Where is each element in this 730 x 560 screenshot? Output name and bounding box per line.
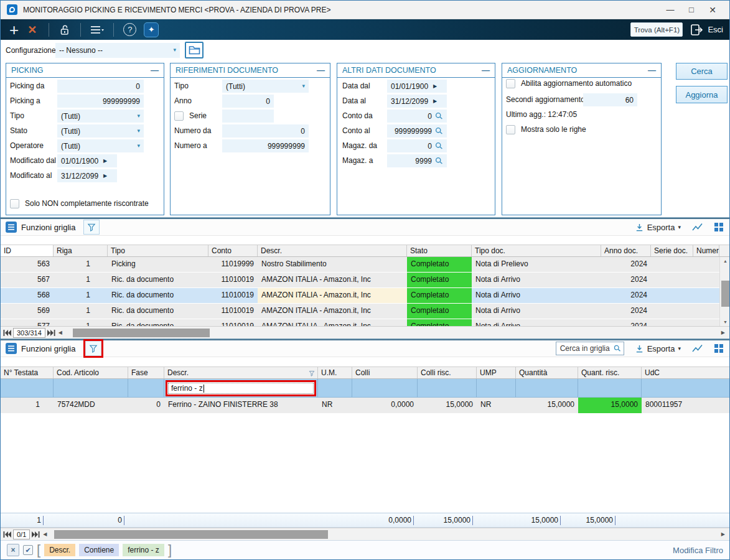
vertical-scrollbar[interactable]: ▲ ▼ — [719, 257, 730, 326]
clear-filter-button[interactable]: × — [7, 544, 19, 556]
grid-search-input[interactable]: Cerca in griglia — [556, 342, 624, 355]
filter-enabled-checkbox[interactable]: ✔ — [23, 545, 33, 555]
mostra-solo-righe-checkbox[interactable] — [506, 125, 515, 134]
modificato-al-datepicker[interactable]: 31/12/2099▶ — [57, 169, 117, 182]
grid2-export-button[interactable]: Esporta ▾ — [635, 344, 681, 353]
filter-cell[interactable] — [352, 379, 418, 397]
chart-button[interactable] — [691, 343, 704, 353]
abilita-aggiornamento-checkbox[interactable] — [506, 79, 515, 88]
numero-da-input[interactable]: 0 — [222, 124, 309, 138]
column-header-n-testata[interactable]: N° Testata — [1, 367, 54, 378]
layout-button[interactable] — [714, 223, 723, 231]
data-dal-datepicker[interactable]: 01/01/1900▶ — [387, 80, 447, 93]
descr-filter-input[interactable]: ferrino - z — [168, 383, 314, 394]
collapse-icon[interactable]: — — [482, 67, 490, 73]
table-row-577-clipped[interactable]: 577 1 Ric. da documento 11010019 AMAZON … — [1, 319, 719, 326]
table-row-568-selected[interactable]: 568 1 Ric. da documento 11010019 AMAZON … — [1, 288, 719, 304]
rif-tipo-select[interactable]: (Tutti)▾ — [222, 80, 309, 93]
picking-da-input[interactable]: 0 — [57, 80, 144, 93]
unlock-button[interactable] — [58, 24, 71, 36]
tipo-select[interactable]: (Tutti)▾ — [57, 110, 144, 123]
filter-cell[interactable] — [516, 379, 578, 397]
column-header-tipo[interactable]: Tipo — [108, 245, 208, 256]
add-button[interactable]: + — [9, 22, 19, 38]
aggiorna-button[interactable]: Aggiorna — [676, 86, 728, 103]
conto-da-lookup[interactable]: 0 — [387, 110, 447, 123]
chart-button[interactable] — [691, 222, 704, 232]
collapse-icon[interactable]: — — [151, 67, 159, 73]
layout-button[interactable] — [714, 344, 723, 353]
column-header-um[interactable]: U.M. — [318, 367, 352, 378]
filter-operator-tag[interactable]: Contiene — [79, 544, 119, 556]
column-header-ump[interactable]: UMP — [477, 367, 516, 378]
grid1-export-button[interactable]: Esporta ▾ — [635, 223, 681, 232]
grid-functions-icon[interactable] — [6, 222, 17, 233]
table-row-567[interactable]: 567 1 Ric. da documento 11010019 AMAZON … — [1, 273, 719, 288]
pager-first-button[interactable] — [3, 531, 11, 538]
close-button[interactable]: ✕ — [702, 5, 723, 15]
column-header-id[interactable]: ID — [1, 245, 54, 256]
filter-cell[interactable] — [318, 379, 352, 397]
filter-cell[interactable] — [642, 379, 730, 397]
solo-non-riscontrate-checkbox[interactable] — [10, 199, 19, 208]
column-header-colli[interactable]: Colli — [352, 367, 418, 378]
column-header-cod-articolo[interactable]: Cod. Articolo — [54, 367, 128, 378]
cerca-button[interactable]: Cerca — [676, 63, 728, 80]
column-header-stato[interactable]: Stato — [407, 245, 472, 256]
scroll-down-button[interactable]: ▼ — [720, 320, 730, 324]
minimize-button[interactable]: — — [660, 5, 681, 14]
filter-cell[interactable] — [578, 379, 642, 397]
column-header-colli-risc[interactable]: Colli risc. — [418, 367, 477, 378]
scroll-up-button[interactable]: ▲ — [720, 259, 730, 263]
scrollbar-thumb[interactable] — [73, 329, 210, 337]
pager-last-button[interactable] — [32, 531, 40, 538]
horizontal-scrollbar[interactable] — [67, 329, 717, 337]
column-header-descr[interactable]: Descr. — [164, 367, 318, 378]
filter-field-tag[interactable]: Descr. — [44, 544, 75, 556]
stato-select[interactable]: (Tutti)▾ — [57, 124, 144, 138]
hscroll-right-button[interactable]: ▶ — [721, 531, 725, 537]
configuration-select[interactable]: -- Nessuno -- ▾ — [55, 43, 180, 58]
numero-a-input[interactable]: 999999999 — [222, 139, 309, 152]
table-row-article[interactable]: 1 75742MDD 0 Ferrino - ZAINO FINISTERRE … — [1, 398, 730, 414]
anno-input[interactable]: 0 — [222, 95, 274, 108]
assistant-button[interactable]: ✦ — [144, 22, 159, 37]
collapse-icon[interactable]: — — [648, 67, 656, 73]
filter-value-tag[interactable]: ferrino - z — [123, 544, 164, 556]
magaz-da-lookup[interactable]: 0 — [387, 139, 447, 152]
secondi-aggiornamento-input[interactable]: 60 — [583, 93, 637, 106]
filter-cell[interactable] — [1, 379, 54, 397]
table-row-563[interactable]: 563 1 Picking 11019999 Nostro Stabilimen… — [1, 257, 719, 273]
table-row-569[interactable]: 569 1 Ric. da documento 11010019 AMAZON … — [1, 304, 719, 319]
modifica-filtro-link[interactable]: Modifica Filtro — [673, 546, 723, 555]
column-header-quantita[interactable]: Quantità — [516, 367, 578, 378]
conto-al-lookup[interactable]: 999999999 — [387, 124, 447, 138]
column-header-riga[interactable]: Riga — [54, 245, 108, 256]
scrollbar-thumb[interactable] — [54, 530, 328, 539]
pager-last-button[interactable] — [47, 330, 55, 336]
scrollbar-thumb[interactable] — [721, 281, 729, 307]
operatore-select[interactable]: (Tutti)▾ — [57, 139, 144, 152]
open-configuration-button[interactable] — [185, 42, 204, 58]
magaz-a-lookup[interactable]: 9999 — [387, 154, 447, 167]
modificato-dal-datepicker[interactable]: 01/01/1900▶ — [57, 154, 117, 167]
column-header-serie-doc[interactable]: Serie doc. — [651, 245, 693, 256]
column-header-udc[interactable]: UdC — [642, 367, 730, 378]
column-header-descr[interactable]: Descr. — [258, 245, 407, 256]
column-header-numero-doc[interactable]: Numero do — [693, 245, 719, 256]
help-button[interactable]: ? — [123, 23, 136, 36]
hscroll-left-button[interactable]: ◀ — [43, 531, 47, 537]
find-shortcut-button[interactable]: Trova (Alt+F1) — [630, 22, 683, 37]
column-header-quant-risc[interactable]: Quant. risc. — [578, 367, 642, 378]
serie-input[interactable] — [222, 110, 274, 123]
grid1-filter-button[interactable] — [83, 220, 100, 235]
exit-button[interactable]: Esci — [690, 24, 723, 36]
filter-cell[interactable] — [477, 379, 516, 397]
maximize-button[interactable]: □ — [681, 5, 702, 14]
data-al-datepicker[interactable]: 31/12/2099▶ — [387, 95, 447, 108]
collapse-icon[interactable]: — — [317, 67, 325, 73]
filter-cell[interactable] — [54, 379, 128, 397]
filter-cell[interactable] — [128, 379, 164, 397]
hscroll-right-button[interactable]: ▶ — [721, 330, 725, 335]
menu-button[interactable] — [90, 25, 104, 35]
